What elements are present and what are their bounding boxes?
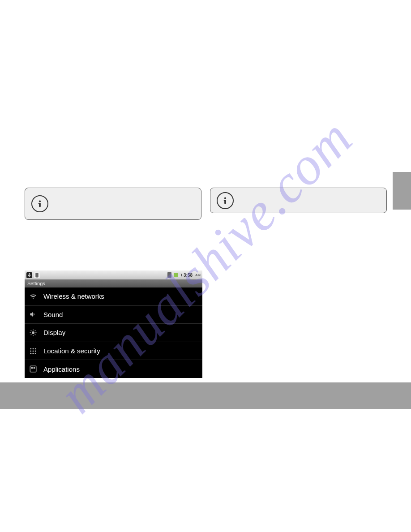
status-bar-left <box>26 272 40 278</box>
info-note-box-left <box>25 188 201 220</box>
svg-point-11 <box>30 350 31 352</box>
info-icon <box>31 195 48 212</box>
sd-card-icon <box>167 272 171 278</box>
settings-item-label: Display <box>43 329 65 336</box>
svg-point-9 <box>33 348 34 349</box>
page-footer-bar <box>0 382 411 409</box>
settings-item-display[interactable]: Display <box>25 324 202 342</box>
status-ampm: AM <box>195 273 201 277</box>
settings-item-sound[interactable]: Sound <box>25 306 202 324</box>
settings-item-label: Location & security <box>43 347 100 355</box>
info-note-box-right <box>210 188 387 213</box>
svg-rect-18 <box>31 367 33 369</box>
svg-point-13 <box>35 350 36 352</box>
svg-rect-19 <box>34 367 35 369</box>
wifi-icon <box>29 292 37 300</box>
settings-item-label: Wireless & networks <box>43 292 104 300</box>
settings-item-label: Sound <box>43 311 63 318</box>
svg-rect-6 <box>35 273 39 277</box>
svg-rect-2 <box>39 203 40 204</box>
settings-title: Settings <box>27 281 45 286</box>
svg-point-16 <box>35 352 36 354</box>
battery-icon <box>174 273 181 277</box>
svg-point-0 <box>39 200 41 202</box>
android-status-bar: 3:58 AM <box>25 270 202 279</box>
svg-point-14 <box>30 352 31 354</box>
status-time: 3:58 <box>184 273 193 278</box>
settings-item-label: Applications <box>43 365 80 373</box>
svg-point-3 <box>224 197 226 199</box>
android-settings-screenshot: 3:58 AM Settings Wireless & networks Sou… <box>25 270 202 378</box>
apps-icon <box>29 365 37 373</box>
settings-item-applications[interactable]: Applications <box>25 360 202 378</box>
settings-item-wireless[interactable]: Wireless & networks <box>25 287 202 306</box>
status-bar-right: 3:58 AM <box>167 272 201 278</box>
notification-icon <box>34 272 40 278</box>
svg-rect-5 <box>224 200 225 201</box>
brightness-icon <box>29 329 37 337</box>
svg-point-15 <box>33 352 34 354</box>
grid-icon <box>29 347 37 355</box>
svg-rect-17 <box>30 366 36 372</box>
svg-point-12 <box>33 350 34 352</box>
sound-icon <box>29 310 37 318</box>
settings-list: Wireless & networks Sound Display Locati… <box>25 287 202 378</box>
settings-title-bar: Settings <box>25 279 202 287</box>
svg-point-10 <box>35 348 36 349</box>
info-icon <box>217 192 234 209</box>
settings-item-location-security[interactable]: Location & security <box>25 342 202 360</box>
page-side-tab <box>393 172 411 210</box>
svg-point-7 <box>32 331 34 334</box>
svg-point-8 <box>30 348 31 349</box>
usb-icon <box>26 272 32 278</box>
